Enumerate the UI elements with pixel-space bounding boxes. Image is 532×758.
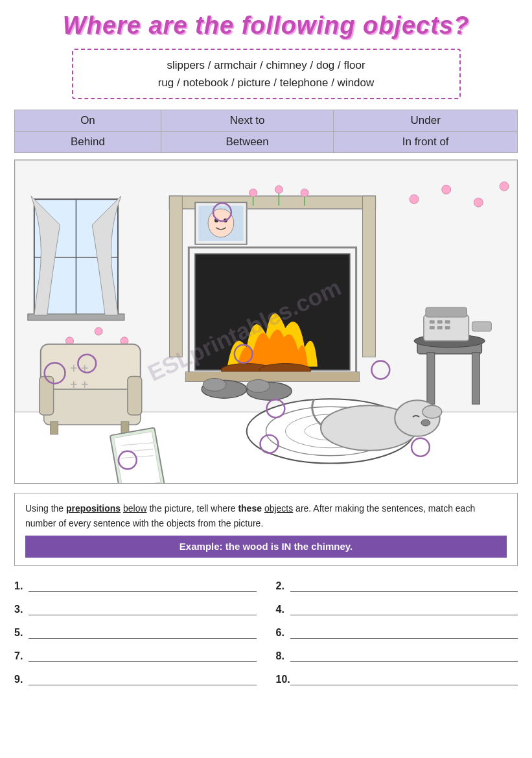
word-bank-line1: slippers / armchair / chimney / dog / fl… bbox=[86, 56, 446, 74]
svg-rect-48 bbox=[437, 320, 443, 324]
svg-point-65 bbox=[421, 420, 430, 426]
svg-point-64 bbox=[422, 406, 442, 419]
answers-row-1: 1. 2. bbox=[14, 578, 518, 592]
prep-between: Between bbox=[161, 132, 333, 153]
instruction-text3: the picture, tell where bbox=[147, 503, 238, 514]
word-bank: slippers / armchair / chimney / dog / fl… bbox=[72, 49, 461, 99]
answers-row-2: 3. 4. bbox=[14, 601, 518, 615]
answer-line-10 bbox=[290, 671, 518, 685]
answers-row-4: 7. 8. bbox=[14, 648, 518, 662]
svg-rect-36 bbox=[128, 377, 142, 416]
answers-section: 1. 2. 3. 4. 5. 6. 7. bbox=[14, 578, 518, 685]
instruction-text1: Using the bbox=[25, 503, 66, 514]
svg-rect-34 bbox=[44, 390, 141, 425]
answer-num-7: 7. bbox=[14, 650, 29, 662]
answer-item-1: 1. bbox=[14, 578, 257, 592]
answer-item-4: 4. bbox=[276, 601, 518, 615]
svg-point-17 bbox=[208, 209, 234, 237]
prep-in-front-of: In front of bbox=[334, 132, 518, 153]
instruction-prepositions: prepositions bbox=[66, 503, 121, 514]
answer-item-6: 6. bbox=[276, 624, 518, 639]
answer-num-9: 9. bbox=[14, 674, 29, 685]
page-title: Where are the following objects? bbox=[14, 12, 518, 40]
svg-point-26 bbox=[410, 195, 419, 204]
instructions-box: Using the prepositions below the picture… bbox=[14, 493, 518, 566]
answer-item-8: 8. bbox=[276, 648, 518, 662]
svg-rect-37 bbox=[51, 421, 58, 434]
svg-point-55 bbox=[203, 379, 226, 392]
svg-rect-53 bbox=[472, 322, 491, 331]
answer-num-2: 2. bbox=[276, 580, 290, 592]
answer-item-9: 9. bbox=[14, 671, 257, 685]
answer-item-5: 5. bbox=[14, 624, 257, 639]
svg-rect-43 bbox=[472, 353, 480, 404]
answer-item-2: 2. bbox=[276, 578, 518, 592]
answer-num-4: 4. bbox=[276, 604, 290, 615]
prep-under: Under bbox=[334, 110, 518, 132]
answer-item-3: 3. bbox=[14, 601, 257, 615]
svg-point-27 bbox=[442, 185, 451, 195]
instruction-objects: objects bbox=[264, 503, 293, 514]
answers-row-5: 9. 10. bbox=[14, 671, 518, 685]
answer-line-8 bbox=[290, 648, 518, 662]
svg-rect-46 bbox=[426, 308, 467, 318]
answer-line-2 bbox=[290, 578, 518, 592]
svg-rect-50 bbox=[430, 326, 435, 329]
answer-num-10: 10. bbox=[276, 674, 290, 685]
answer-line-4 bbox=[290, 601, 518, 615]
word-bank-line2: rug / notebook / picture / telephone / w… bbox=[86, 74, 446, 91]
answers-row-3: 5. 6. bbox=[14, 624, 518, 639]
svg-rect-49 bbox=[445, 320, 450, 324]
instruction-these: these bbox=[238, 503, 262, 514]
scene-illustration: + + + + bbox=[14, 160, 518, 484]
answer-line-6 bbox=[290, 624, 518, 639]
svg-point-57 bbox=[247, 380, 270, 393]
answer-item-10: 10. bbox=[276, 671, 518, 685]
answer-line-1 bbox=[29, 578, 257, 592]
example-box: Example: the wood is IN the chimney. bbox=[25, 536, 507, 558]
instruction-below: below bbox=[123, 503, 147, 514]
answer-line-3 bbox=[29, 601, 257, 615]
svg-rect-8 bbox=[169, 196, 182, 357]
answer-num-6: 6. bbox=[276, 627, 290, 639]
answer-num-5: 5. bbox=[14, 627, 29, 639]
answer-line-7 bbox=[29, 648, 257, 662]
svg-point-31 bbox=[95, 327, 102, 335]
svg-text:+  +: + + bbox=[70, 378, 89, 392]
prep-next-to: Next to bbox=[161, 110, 333, 132]
svg-point-24 bbox=[301, 189, 308, 197]
svg-rect-52 bbox=[445, 326, 450, 329]
answer-item-7: 7. bbox=[14, 648, 257, 662]
svg-rect-47 bbox=[430, 320, 435, 324]
answer-num-1: 1. bbox=[14, 580, 29, 592]
svg-rect-42 bbox=[427, 353, 435, 404]
answer-num-8: 8. bbox=[276, 650, 290, 662]
prep-table: On Next to Under Behind Between In front… bbox=[14, 110, 518, 153]
example-text: Example: the wood is IN the chimney. bbox=[179, 541, 353, 552]
prep-behind: Behind bbox=[15, 132, 161, 153]
answer-line-5 bbox=[29, 624, 257, 639]
prep-on: On bbox=[15, 110, 161, 132]
svg-rect-51 bbox=[437, 326, 443, 329]
answer-line-9 bbox=[29, 671, 257, 685]
svg-point-20 bbox=[249, 189, 257, 197]
svg-rect-9 bbox=[363, 196, 376, 357]
svg-point-29 bbox=[500, 182, 509, 191]
svg-point-22 bbox=[275, 186, 283, 194]
svg-point-28 bbox=[474, 198, 483, 207]
answer-num-3: 3. bbox=[14, 604, 29, 615]
